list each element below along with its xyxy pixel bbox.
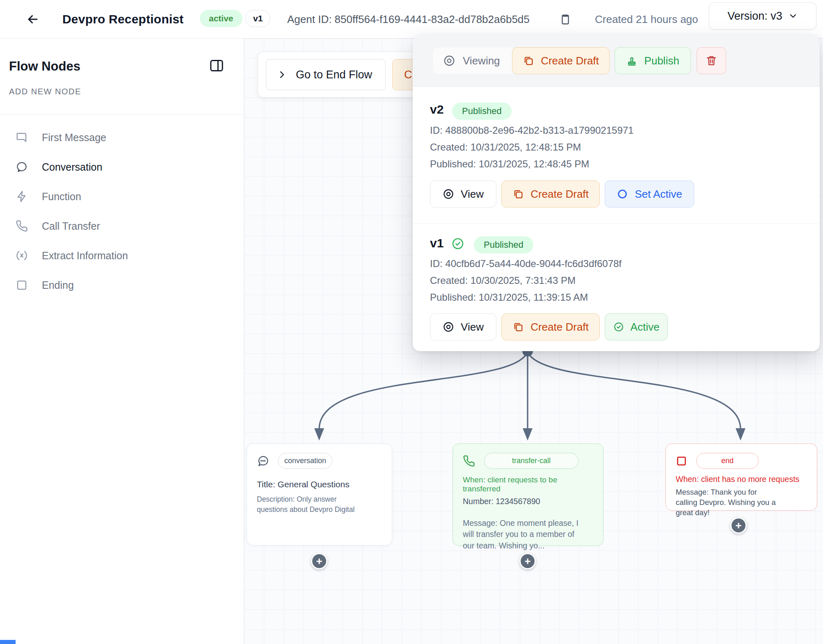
app-header: Devpro Receptionist active v1 Agent ID: … — [0, 0, 823, 39]
view-label: View — [461, 188, 484, 201]
sidebar-item-call-transfer[interactable]: Call Transfer — [0, 214, 244, 238]
chat-square-icon — [16, 131, 28, 144]
eye-icon — [443, 55, 455, 67]
add-node-button[interactable]: + — [519, 553, 536, 569]
arrow-left-icon — [26, 12, 40, 26]
chat-dots-icon — [257, 455, 269, 467]
node-message: Message: One moment please, I will trans… — [453, 506, 588, 551]
add-node-button[interactable]: + — [730, 517, 747, 534]
eye-icon — [443, 321, 454, 333]
scrollbar-fragment — [0, 640, 16, 644]
partial-button-label: C — [404, 69, 412, 81]
version-name: v1 — [430, 236, 444, 250]
eye-icon — [443, 188, 454, 200]
version-id: ID: 40cfb6d7-5a44-40de-9044-fc6d3df6078f — [430, 258, 622, 269]
copy-icon — [512, 321, 524, 333]
version-name: v2 — [430, 103, 444, 116]
viewing-label: Viewing — [463, 55, 500, 67]
stamp-icon — [626, 55, 638, 66]
check-circle-icon — [451, 237, 464, 250]
active-label: Active — [631, 321, 660, 333]
go-to-end-flow-button[interactable]: Go to End Flow — [266, 59, 386, 90]
sidebar-item-label: Extract Information — [42, 250, 128, 262]
delete-button[interactable] — [697, 47, 726, 74]
transfer-call-node[interactable]: transfer-call When: client requests to b… — [453, 443, 604, 546]
sidebar-item-ending[interactable]: Ending — [0, 273, 244, 297]
version-selector-label: Version: v3 — [727, 10, 782, 23]
chat-round-icon — [16, 161, 28, 173]
sidebar-title: Flow Nodes — [9, 59, 80, 74]
viewing-button[interactable]: Viewing — [433, 48, 514, 74]
phone-icon — [16, 220, 28, 232]
node-type-badge: transfer-call — [484, 453, 578, 469]
published-badge: Published — [452, 103, 512, 120]
version-id: ID: 488800b8-2e96-42b2-b313-a17990215971 — [430, 125, 633, 136]
version-selector[interactable]: Version: v3 — [709, 2, 816, 30]
add-new-node-label: ADD NEW NODE — [9, 87, 81, 96]
node-title: Title: General Questions — [247, 469, 392, 489]
sidebar-item-conversation[interactable]: Conversation — [0, 155, 244, 179]
sidebar-item-function[interactable]: Function — [0, 185, 244, 208]
status-badge: active — [200, 10, 242, 27]
create-draft-label: Create Draft — [530, 188, 589, 201]
divider — [0, 114, 244, 115]
panel-toggle-icon[interactable] — [208, 57, 226, 75]
create-draft-button[interactable]: Create Draft — [512, 47, 610, 74]
circle-icon — [617, 188, 628, 200]
sidebar-item-label: Conversation — [42, 161, 102, 173]
lightning-icon — [16, 190, 28, 203]
sidebar-item-extract-information[interactable]: Extract Information — [0, 244, 244, 267]
view-button[interactable]: View — [430, 313, 496, 340]
chevron-right-icon — [277, 70, 287, 80]
square-icon — [676, 455, 687, 467]
node-when: When: client requests to be transferred — [453, 469, 603, 493]
chevron-down-icon — [788, 11, 798, 21]
create-draft-button[interactable]: Create Draft — [501, 180, 600, 208]
version-published: Published: 10/31/2025, 12:48:45 PM — [430, 158, 589, 170]
phone-icon — [463, 455, 475, 467]
create-draft-label: Create Draft — [530, 321, 589, 333]
set-active-label: Set Active — [635, 188, 682, 201]
end-node[interactable]: end When: client has no more requests Me… — [665, 443, 817, 511]
sidebar-item-label: Call Transfer — [42, 220, 100, 232]
view-label: View — [461, 321, 484, 333]
node-message: Message: Thank you for calling Devpro. W… — [666, 484, 789, 518]
node-when: When: client has no more requests — [666, 469, 817, 484]
copy-icon — [523, 55, 534, 66]
node-number: Number: 1234567890 — [453, 493, 603, 506]
node-type-badge: conversation — [278, 453, 332, 469]
check-circle-icon — [613, 322, 624, 332]
version-created: Created: 10/30/2025, 7:31:43 PM — [430, 275, 576, 286]
active-button[interactable]: Active — [605, 313, 668, 340]
trash-icon — [706, 55, 717, 66]
square-icon — [16, 279, 28, 291]
copy-icon[interactable] — [557, 0, 574, 39]
sidebar-item-label: First Message — [42, 132, 106, 144]
go-to-end-flow-label: Go to End Flow — [296, 69, 372, 81]
copy-icon — [512, 188, 524, 200]
sidebar-item-first-message[interactable]: First Message — [0, 126, 244, 149]
node-description: Description: Only answer questions about… — [247, 489, 370, 515]
version-published: Published: 10/31/2025, 11:39:15 AM — [430, 292, 588, 303]
created-ago-text: Created 21 hours ago — [595, 0, 698, 39]
extract-icon — [16, 249, 28, 262]
agent-id-text: Agent ID: 850ff564-f169-4441-83a2-dd78b2… — [287, 0, 530, 39]
conversation-node[interactable]: conversation Title: General Questions De… — [247, 443, 392, 546]
back-button[interactable] — [23, 0, 43, 39]
divider — [413, 224, 820, 224]
sidebar-item-label: Ending — [42, 279, 74, 291]
version-badge: v1 — [245, 10, 270, 27]
published-badge: Published — [474, 236, 533, 253]
create-draft-label: Create Draft — [541, 55, 599, 67]
create-draft-button[interactable]: Create Draft — [501, 313, 600, 340]
node-type-badge: end — [696, 453, 759, 469]
version-created: Created: 10/31/2025, 12:48:15 PM — [430, 142, 581, 153]
add-node-button[interactable]: + — [311, 553, 327, 569]
view-button[interactable]: View — [430, 180, 496, 208]
sidebar: Flow Nodes ADD NEW NODE First Message Co… — [0, 39, 244, 644]
publish-label: Publish — [644, 55, 679, 67]
sidebar-item-label: Function — [42, 191, 81, 203]
publish-button[interactable]: Publish — [615, 47, 691, 74]
agent-title: Devpro Receptionist — [62, 0, 184, 39]
set-active-button[interactable]: Set Active — [605, 180, 694, 208]
